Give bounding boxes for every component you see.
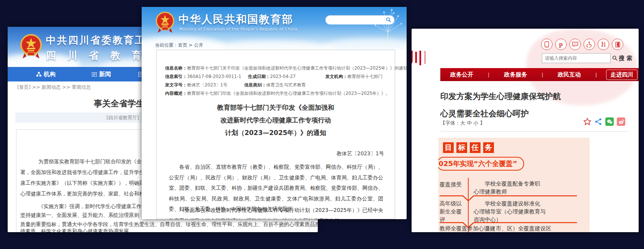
moe-search-box	[325, 15, 394, 24]
coverage-item-right2: 咨询中心）	[474, 216, 502, 223]
font-size-selector[interactable]: 【字体：大 中 小 】	[440, 120, 485, 127]
info-row-docnum-category: 发文字号：教体艺〔2023〕1号 信息类别：体育卫生与艺术教育	[165, 82, 306, 88]
national-emblem	[155, 11, 175, 34]
coverage-item-left1: 覆盖接受	[440, 181, 462, 188]
moe-search-input[interactable]	[329, 17, 386, 23]
info-label: 生成日期：	[248, 74, 270, 79]
info-row-name: 信息名称：教育部等十七部门关于印发《全面加强和改进新时代学生心理健康工作专项行动…	[165, 65, 407, 71]
mobile-icon[interactable]	[541, 39, 552, 50]
nav-zhengwu-gongkai[interactable]: 政务公开	[446, 70, 477, 80]
info-value: 教育部等十七部门	[347, 74, 382, 79]
info-label: 发文字号：	[165, 82, 187, 88]
exit-door-icon[interactable]	[612, 39, 623, 50]
info-value: 教体艺〔2023〕1号	[187, 82, 228, 88]
coverage-item-right3: 县（市、区）全覆盖建设区	[474, 225, 551, 232]
info-label: 信息索引：	[165, 74, 187, 79]
coverage-item-right2: 心理辅导室（心理健康教育与	[474, 208, 546, 215]
document-body-notice: 《全面加强和改进新时代学生心理健康工作专项行动计划（2023—2025年）》已经…	[169, 205, 383, 219]
breadcrumb[interactable]: [首页] >> 新闻动态 >> 要闻信息	[17, 84, 91, 91]
goals-infographic-panel: 目标任务 到2025年实现“六个全覆盖” 覆盖接受 学校全覆盖配备专兼职 心理健…	[438, 138, 590, 232]
article-line: 署，全面加强和改进我省学生心理健康工作，提升学生心理健	[20, 169, 160, 176]
coverage-item-left2: 高年级以	[440, 200, 462, 207]
nav-separator: |	[488, 72, 489, 78]
search-icon[interactable]	[386, 17, 391, 23]
search-icon	[612, 55, 618, 61]
header-icon-row: p	[541, 39, 623, 50]
goals-heading: 目标任务	[443, 142, 497, 153]
org-chart-icon	[36, 72, 41, 77]
site-search-input[interactable]	[545, 55, 608, 61]
gov-nav-bar: 政务公开 | 政务服务 | 政民互动 | 走进四川	[440, 68, 639, 81]
sichuan-nav-jigou[interactable]: 机构	[36, 70, 56, 78]
heading-char: 标	[456, 142, 467, 153]
info-value: 2023-04-27	[270, 74, 296, 79]
message-icon[interactable]	[569, 39, 581, 50]
nav-separator: |	[595, 72, 597, 78]
document-card: 信息名称：教育部等十七部门关于印发《全面加强和改进新时代学生心理健康工作专项行动…	[156, 50, 395, 219]
wheelchair-icon[interactable]	[584, 39, 595, 50]
nav-zhengwu-fuwu[interactable]: 政务服务	[500, 70, 531, 80]
news-title-line2: 心灵需要全社会细心呵护	[440, 108, 529, 119]
site-search-button[interactable]: 搜 索	[612, 53, 632, 63]
coverage-item-right2: 学校全覆盖建设标准化	[474, 200, 540, 207]
search-button-label: 搜 索	[619, 55, 632, 62]
pill-label: 到2025年实现“六个全覆盖”	[438, 159, 517, 168]
nav-separator: |	[541, 72, 543, 78]
article-line: 质量的重要指标，贯通大中小学各学段，培育学生热爱生活、自尊自信、珍视生命、理性平…	[20, 221, 318, 228]
document-title-line: 计划（2023—2025年）》的通知	[157, 127, 395, 139]
moe-site-name: 中华人民共和国教育部	[178, 12, 293, 27]
document-number: 教体艺〔2023〕1号	[337, 150, 384, 157]
nav-zhengmin-hudong[interactable]: 政民互动	[554, 70, 585, 80]
article-line: 德素质、科学文化素质和身心健康素质协调发展。	[20, 228, 134, 232]
logo-divider	[425, 51, 425, 64]
moe-site-name-en: Ministry of Education of the People's Re…	[179, 27, 297, 31]
dandelion-decoration	[371, 7, 405, 46]
nav-label: 新闻	[99, 70, 111, 78]
coverage-item-right1: 心理健康教师	[474, 188, 507, 195]
info-row-summary: 内容概述：教育部等十七部门印发《全面加强和改进新时代学生心理健康工作专项行动计划…	[165, 91, 390, 96]
info-value: 教育部等十七部门关于印发《全面加强和改进新时代学生心理健康工作专项行动计划（20…	[187, 65, 407, 71]
info-value: 教育部等十七部门印发《全面加强和改进新时代学生心理健康工作专项行动计划（2023…	[187, 91, 390, 96]
moe-header-banner: 中华人民共和国教育部 Ministry of Education of the …	[142, 7, 407, 50]
heading-char: 目	[443, 142, 454, 153]
share-nodes-icon[interactable]	[595, 118, 602, 125]
cloud-decoration	[211, 41, 333, 50]
info-value: 体育卫生与艺术教育	[266, 82, 306, 88]
favorite-star-icon[interactable]	[583, 117, 592, 126]
info-label: 内容概述：	[165, 91, 187, 96]
nav-zoujin-sichuan[interactable]: 走进四川	[606, 70, 637, 80]
share-icon-row	[583, 117, 625, 126]
weibo-icon[interactable]	[617, 117, 625, 126]
info-label: 信息名称：	[165, 65, 187, 71]
sichuan-nav-xinwen[interactable]: 新闻	[92, 70, 111, 78]
coverage-item-left2: 评	[440, 216, 445, 223]
breadcrumb[interactable]: 当前位置：首页 > 公开	[155, 42, 203, 49]
pinyin-p-icon[interactable]: p	[555, 39, 567, 50]
document-title-line: 改进新时代学生心理健康工作专项行动	[157, 114, 395, 127]
elderly-care-icon[interactable]	[598, 39, 609, 50]
site-search-box	[542, 53, 611, 63]
news-title-line1: 印发方案为学生心理健康保驾护航	[440, 91, 561, 102]
site-logo-partial: 川	[412, 48, 423, 69]
heading-char: 任	[470, 142, 481, 153]
national-emblem	[20, 33, 42, 59]
moe-window: 中华人民共和国教育部 Ministry of Education of the …	[142, 7, 407, 219]
info-value: 360A17-08-2023-0011-1	[187, 74, 242, 79]
info-label: 发文机构：	[325, 74, 348, 79]
sc-gov-window: 川 p 搜 索 政务公开 | 政务服务 | 政民互动 | 走进四川 印发方案为学…	[412, 29, 639, 232]
document-title: 教育部等十七部门关于印发《全面加强和 改进新时代学生心理健康工作专项行动 计划（…	[157, 101, 395, 139]
content-divider	[440, 131, 629, 132]
info-label: 信息类别：	[244, 82, 266, 88]
nav-label: 机构	[44, 70, 56, 78]
document-title-line: 教育部等十七部门关于印发《全面加强和	[157, 101, 395, 114]
heading-char: 务	[483, 142, 494, 153]
six-full-coverage-pill: 到2025年实现“六个全覆盖”	[438, 157, 524, 171]
newspaper-icon	[92, 72, 97, 77]
coverage-item-left2: 新生全覆	[440, 208, 462, 215]
info-row-index-date-agency: 信息索引：360A17-08-2023-0011-1 生成日期：2023-04-…	[165, 74, 382, 80]
coverage-item-right1: 学校全覆盖配备专兼职	[474, 180, 540, 187]
wechat-icon[interactable]	[605, 117, 614, 126]
